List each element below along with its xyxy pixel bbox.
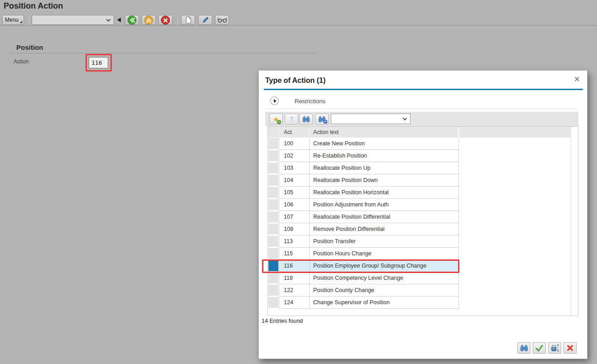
star-plus-icon: ★+	[273, 116, 279, 123]
dialog-cancel-button[interactable]	[564, 342, 577, 354]
main-toolbar: Menu	[0, 14, 597, 26]
close-icon[interactable]: ×	[574, 74, 580, 84]
row-selection-cell[interactable]	[268, 284, 279, 297]
question-icon: ?	[290, 115, 294, 123]
row-text: Reallocate Position Up	[310, 162, 459, 174]
find-next-button[interactable]: +	[315, 114, 329, 125]
table-row[interactable]: 106 Position Adjustment from Auth	[268, 199, 459, 211]
row-text: Reallocate Position Horizontal	[310, 187, 459, 199]
row-selection-cell[interactable]	[268, 211, 279, 223]
x-icon	[567, 345, 573, 351]
help-button-disabled: ?	[285, 114, 298, 125]
table-right-divider	[571, 127, 571, 316]
create-button[interactable]	[181, 15, 195, 25]
table-row[interactable]: 116 Position Employee Group/ Subgroup Ch…	[268, 260, 459, 272]
chevron-down-icon	[403, 116, 407, 120]
action-input[interactable]	[89, 57, 108, 68]
dialog-ok-button[interactable]	[533, 342, 546, 354]
menu-button-label: Menu	[5, 17, 19, 23]
table-row[interactable]: 118 Position Competency Level Change	[268, 272, 459, 284]
row-act: 113	[279, 235, 310, 248]
row-act: 104	[279, 174, 310, 187]
row-text: Position Competency Level Change	[310, 272, 459, 284]
triangle-left-icon	[117, 18, 121, 22]
row-selection-cell[interactable]	[268, 162, 279, 174]
binoculars-icon	[302, 116, 310, 123]
table-row[interactable]: 103 Reallocate Position Up	[268, 162, 459, 174]
row-text: Reallocate Position Differential	[310, 211, 459, 223]
action-field-label: Action	[14, 58, 29, 65]
change-button[interactable]	[198, 15, 212, 25]
table-row[interactable]: 102 Re-Establish Position	[268, 150, 459, 162]
value-filter-dropdown[interactable]	[331, 114, 411, 124]
row-selection-cell[interactable]	[268, 272, 279, 284]
row-selection-cell[interactable]	[268, 150, 279, 162]
table-body: 100 Create New Position 102 Re-Establish…	[268, 138, 578, 309]
dialog-find-button[interactable]	[517, 342, 530, 354]
row-text: Create New Position	[310, 138, 459, 150]
page-title: Position Action	[4, 1, 63, 11]
cancel-button[interactable]	[158, 15, 172, 25]
row-act: 100	[279, 138, 310, 150]
table-row[interactable]: 100 Create New Position	[268, 138, 459, 150]
row-text: Re-Establish Position	[310, 150, 459, 162]
row-selection-cell[interactable]	[268, 297, 279, 309]
command-field[interactable]	[32, 15, 114, 25]
personal-value-list-button[interactable]: ★+	[269, 114, 283, 125]
chevron-right-icon	[274, 99, 277, 103]
row-act: 106	[279, 199, 310, 211]
selection-column-header	[268, 127, 279, 138]
page-icon	[184, 16, 192, 24]
action-table: Act. Action text 100 Create New Position…	[267, 126, 578, 316]
table-row[interactable]: 122 Position County Change	[268, 284, 459, 297]
exit-button[interactable]	[142, 15, 156, 25]
restrictions-divider	[265, 109, 578, 109]
row-act: 102	[279, 150, 310, 162]
restrictions-expand-button[interactable]	[270, 96, 279, 105]
menu-button[interactable]: Menu	[2, 15, 24, 25]
binoculars-icon	[520, 345, 528, 352]
row-text: Change Supervisor of Position	[310, 297, 459, 309]
row-act: 107	[279, 211, 310, 223]
row-act: 115	[279, 248, 310, 260]
act-column-header: Act.	[279, 127, 310, 138]
row-selection-cell[interactable]	[268, 187, 279, 199]
table-row[interactable]: 108 Remove Position Differential	[268, 223, 459, 235]
restrictions-label: Restrictions	[295, 98, 325, 105]
display-button[interactable]	[215, 15, 229, 25]
table-row[interactable]: 124 Change Supervisor of Position	[268, 297, 459, 309]
table-row[interactable]: 105 Reallocate Position Horizontal	[268, 187, 459, 199]
table-row[interactable]: 115 Position Hours Change	[268, 248, 459, 260]
row-act: 105	[279, 187, 310, 199]
entries-found-status: 14 Entries found	[262, 318, 303, 324]
back-button[interactable]	[125, 15, 139, 25]
dialog-accent-rule	[264, 89, 583, 90]
section-divider	[9, 53, 317, 53]
row-selection-cell[interactable]	[268, 138, 279, 150]
exit-icon	[144, 15, 153, 25]
row-act: 103	[279, 162, 310, 174]
cancel-icon	[161, 15, 170, 25]
row-text: Position Employee Group/ Subgroup Change	[310, 260, 459, 272]
row-selection-cell[interactable]	[268, 248, 279, 260]
row-selection-cell[interactable]	[268, 260, 279, 272]
toolbar-separator	[28, 15, 29, 25]
chevron-down-icon	[106, 17, 111, 22]
dialog-print-button[interactable]	[548, 342, 561, 354]
row-act: 124	[279, 297, 310, 309]
row-selection-cell[interactable]	[268, 199, 279, 211]
printer-icon	[550, 344, 559, 352]
collapse-command-button[interactable]	[117, 17, 123, 23]
table-row[interactable]: 113 Position Transfer	[268, 235, 459, 248]
row-selection-cell[interactable]	[268, 235, 279, 248]
row-selection-cell[interactable]	[268, 223, 279, 235]
row-text: Position Transfer	[310, 235, 459, 248]
position-section-title: Position	[16, 43, 43, 51]
dialog-title: Type of Action (1)	[265, 77, 325, 85]
menu-corner-icon	[20, 21, 22, 23]
table-row[interactable]: 107 Reallocate Position Differential	[268, 211, 459, 223]
find-button[interactable]	[299, 114, 313, 125]
table-row[interactable]: 104 Reallocate Position Down	[268, 174, 459, 187]
row-act: 116	[279, 260, 310, 272]
row-selection-cell[interactable]	[268, 174, 279, 187]
